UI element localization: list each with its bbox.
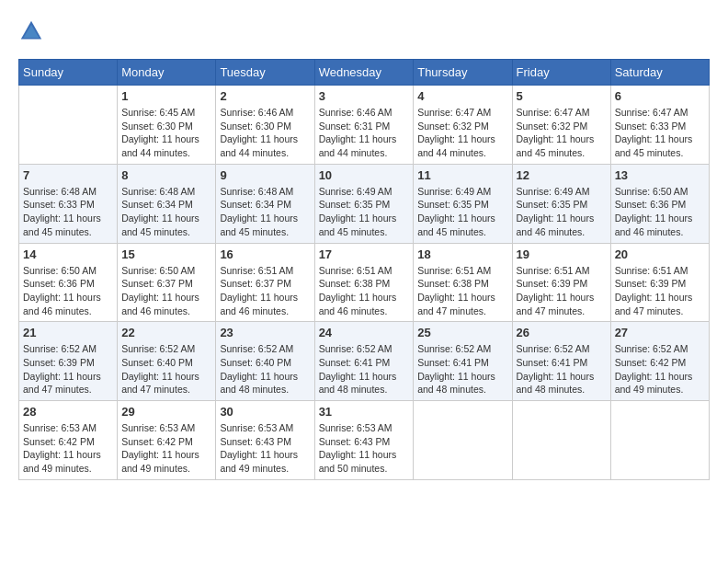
daylight-text: and 47 minutes. — [121, 384, 190, 395]
daylight-text: Daylight: 11 hours — [615, 213, 693, 224]
sunset-text: Sunset: 6:39 PM — [615, 278, 687, 289]
sunset-text: Sunset: 6:41 PM — [417, 357, 489, 368]
sunset-text: Sunset: 6:35 PM — [517, 199, 588, 210]
daylight-text: and 48 minutes. — [417, 384, 486, 395]
sunrise-text: Sunrise: 6:53 AM — [121, 422, 195, 433]
calendar-cell — [610, 401, 709, 480]
sunset-text: Sunset: 6:39 PM — [517, 278, 588, 289]
daylight-text: and 48 minutes. — [220, 384, 289, 395]
daylight-text: Daylight: 11 hours — [121, 213, 199, 224]
calendar-cell: 18Sunrise: 6:51 AMSunset: 6:38 PMDayligh… — [414, 243, 512, 322]
sunrise-text: Sunrise: 6:47 AM — [417, 107, 491, 118]
calendar-cell: 26Sunrise: 6:52 AMSunset: 6:41 PMDayligh… — [512, 322, 610, 401]
daylight-text: and 48 minutes. — [517, 384, 586, 395]
calendar-cell: 15Sunrise: 6:50 AMSunset: 6:37 PMDayligh… — [118, 243, 216, 322]
daylight-text: Daylight: 11 hours — [517, 292, 595, 303]
daylight-text: and 44 minutes. — [319, 147, 388, 158]
day-number: 27 — [615, 326, 705, 339]
sunrise-text: Sunrise: 6:51 AM — [220, 265, 293, 276]
day-number: 7 — [23, 168, 113, 182]
day-info: Sunrise: 6:53 AMSunset: 6:43 PMDaylight:… — [220, 421, 310, 476]
daylight-text: Daylight: 11 hours — [417, 133, 495, 144]
day-info: Sunrise: 6:52 AMSunset: 6:42 PMDaylight:… — [615, 342, 705, 396]
logo — [18, 18, 48, 44]
daylight-text: and 47 minutes. — [517, 305, 586, 316]
calendar-cell: 3Sunrise: 6:46 AMSunset: 6:31 PMDaylight… — [314, 86, 414, 165]
day-info: Sunrise: 6:51 AMSunset: 6:38 PMDaylight:… — [319, 264, 410, 318]
daylight-text: Daylight: 11 hours — [23, 371, 101, 382]
sunset-text: Sunset: 6:40 PM — [220, 357, 291, 368]
calendar-cell: 20Sunrise: 6:51 AMSunset: 6:39 PMDayligh… — [610, 243, 709, 322]
sunrise-text: Sunrise: 6:50 AM — [121, 265, 195, 276]
sunrise-text: Sunrise: 6:53 AM — [220, 422, 293, 433]
calendar-cell: 17Sunrise: 6:51 AMSunset: 6:38 PMDayligh… — [314, 243, 414, 322]
sunrise-text: Sunrise: 6:52 AM — [220, 343, 293, 354]
calendar-cell: 31Sunrise: 6:53 AMSunset: 6:43 PMDayligh… — [314, 401, 414, 480]
day-number: 12 — [517, 168, 607, 182]
calendar-cell: 27Sunrise: 6:52 AMSunset: 6:42 PMDayligh… — [610, 322, 709, 401]
day-number: 20 — [615, 247, 705, 261]
calendar-cell: 25Sunrise: 6:52 AMSunset: 6:41 PMDayligh… — [414, 322, 512, 401]
day-info: Sunrise: 6:51 AMSunset: 6:37 PMDaylight:… — [220, 264, 310, 318]
day-info: Sunrise: 6:50 AMSunset: 6:37 PMDaylight:… — [121, 264, 211, 318]
daylight-text: and 45 minutes. — [121, 226, 190, 237]
daylight-text: and 46 minutes. — [615, 226, 684, 237]
day-info: Sunrise: 6:48 AMSunset: 6:34 PMDaylight:… — [220, 185, 310, 239]
daylight-text: and 46 minutes. — [517, 226, 586, 237]
day-number: 15 — [121, 247, 211, 261]
calendar-cell — [19, 86, 118, 165]
sunset-text: Sunset: 6:36 PM — [615, 199, 687, 210]
calendar-cell: 22Sunrise: 6:52 AMSunset: 6:40 PMDayligh… — [118, 322, 216, 401]
sunrise-text: Sunrise: 6:52 AM — [417, 343, 491, 354]
day-number: 6 — [615, 89, 705, 103]
sunset-text: Sunset: 6:42 PM — [615, 357, 687, 368]
logo-icon — [18, 18, 44, 44]
header-tuesday: Tuesday — [216, 60, 314, 86]
daylight-text: and 45 minutes. — [319, 226, 388, 237]
day-info: Sunrise: 6:48 AMSunset: 6:34 PMDaylight:… — [121, 185, 211, 239]
week-row-4: 21Sunrise: 6:52 AMSunset: 6:39 PMDayligh… — [19, 322, 710, 401]
header-monday: Monday — [118, 60, 216, 86]
sunset-text: Sunset: 6:39 PM — [23, 357, 95, 368]
day-number: 17 — [319, 247, 410, 261]
sunrise-text: Sunrise: 6:49 AM — [319, 186, 392, 197]
day-number: 26 — [517, 326, 607, 339]
daylight-text: and 45 minutes. — [517, 147, 586, 158]
day-number: 3 — [319, 89, 410, 103]
sunset-text: Sunset: 6:35 PM — [417, 199, 489, 210]
sunset-text: Sunset: 6:37 PM — [121, 278, 193, 289]
day-number: 13 — [615, 168, 705, 182]
week-row-1: 1Sunrise: 6:45 AMSunset: 6:30 PMDaylight… — [19, 86, 710, 165]
day-info: Sunrise: 6:47 AMSunset: 6:32 PMDaylight:… — [517, 106, 607, 160]
daylight-text: Daylight: 11 hours — [615, 292, 693, 303]
sunset-text: Sunset: 6:43 PM — [319, 436, 391, 447]
day-info: Sunrise: 6:49 AMSunset: 6:35 PMDaylight:… — [319, 185, 410, 239]
sunrise-text: Sunrise: 6:51 AM — [615, 265, 688, 276]
day-number: 31 — [319, 405, 410, 419]
daylight-text: and 45 minutes. — [615, 147, 684, 158]
day-info: Sunrise: 6:53 AMSunset: 6:42 PMDaylight:… — [23, 421, 113, 476]
sunrise-text: Sunrise: 6:52 AM — [517, 343, 590, 354]
calendar-cell: 9Sunrise: 6:48 AMSunset: 6:34 PMDaylight… — [216, 164, 314, 243]
day-number: 8 — [121, 168, 211, 182]
calendar-table: SundayMondayTuesdayWednesdayThursdayFrid… — [18, 59, 710, 480]
daylight-text: and 46 minutes. — [121, 305, 190, 316]
day-number: 4 — [417, 89, 507, 103]
sunrise-text: Sunrise: 6:45 AM — [121, 107, 195, 118]
daylight-text: Daylight: 11 hours — [121, 292, 199, 303]
sunrise-text: Sunrise: 6:47 AM — [517, 107, 590, 118]
day-number: 19 — [517, 247, 607, 261]
sunrise-text: Sunrise: 6:50 AM — [23, 265, 97, 276]
daylight-text: Daylight: 11 hours — [517, 371, 595, 382]
day-info: Sunrise: 6:48 AMSunset: 6:33 PMDaylight:… — [23, 185, 113, 239]
calendar-cell: 11Sunrise: 6:49 AMSunset: 6:35 PMDayligh… — [414, 164, 512, 243]
week-row-5: 28Sunrise: 6:53 AMSunset: 6:42 PMDayligh… — [19, 401, 710, 480]
day-number: 9 — [220, 168, 310, 182]
sunrise-text: Sunrise: 6:53 AM — [319, 422, 392, 433]
daylight-text: and 44 minutes. — [121, 147, 190, 158]
day-number: 30 — [220, 405, 310, 419]
calendar-header-row: SundayMondayTuesdayWednesdayThursdayFrid… — [19, 60, 710, 86]
day-info: Sunrise: 6:51 AMSunset: 6:38 PMDaylight:… — [417, 264, 507, 318]
daylight-text: Daylight: 11 hours — [220, 133, 298, 144]
sunrise-text: Sunrise: 6:48 AM — [23, 186, 97, 197]
